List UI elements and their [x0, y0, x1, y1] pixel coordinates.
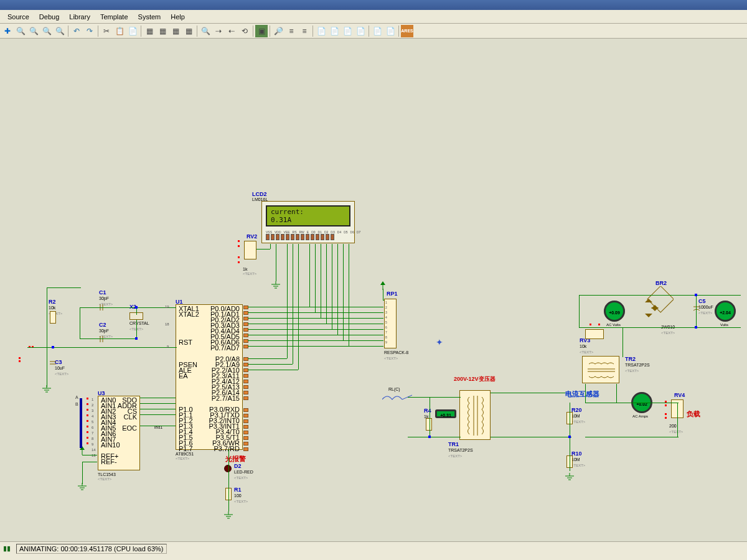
comp-br2[interactable]: [630, 286, 674, 330]
tool-search[interactable]: 🔍: [199, 25, 212, 37]
tool-block1[interactable]: ▦: [143, 25, 156, 37]
tool-green[interactable]: ▣: [255, 25, 268, 37]
meter-ac-volts[interactable]: +0.09: [604, 301, 625, 322]
tool-list1[interactable]: ≡: [285, 25, 298, 37]
meter-ac-volts-lbl: AC Volts: [606, 323, 621, 327]
tool-doc5[interactable]: 📄: [371, 25, 383, 37]
tool-paste[interactable]: 📄: [126, 25, 139, 37]
comp-r2[interactable]: [50, 311, 56, 324]
menu-source[interactable]: Source: [2, 12, 34, 22]
tool-doc6[interactable]: 📄: [384, 25, 397, 37]
tool-cut[interactable]: ✂: [100, 25, 113, 37]
comp-tr1[interactable]: [459, 390, 491, 440]
menu-help[interactable]: Help: [166, 12, 190, 22]
comp-d2[interactable]: [224, 465, 232, 472]
comp-rv4-ref: RV4: [674, 392, 685, 398]
comp-c2-ref: C2: [99, 322, 106, 328]
tool-doc1[interactable]: 📄: [315, 25, 327, 37]
comp-lcd2[interactable]: current: 0.31A VSSVDDVEERSRWED0D1D2D3D4D…: [261, 201, 355, 243]
menu-template[interactable]: Template: [95, 12, 133, 22]
comp-r4[interactable]: [426, 418, 432, 431]
tool-zoom-area[interactable]: 🔍: [54, 25, 66, 37]
meter-volts[interactable]: +2.04: [715, 301, 736, 322]
relay-label: RL(C): [388, 387, 400, 391]
tool-copy[interactable]: 📋: [113, 25, 126, 37]
tool-zoom-out[interactable]: 🔍: [27, 25, 40, 37]
tool-find[interactable]: 🔎: [272, 25, 284, 37]
menu-system[interactable]: System: [133, 12, 166, 22]
status-animating: ANIMATING: 00:00:19.451178 (CPU load 63%…: [16, 544, 167, 554]
tool-refresh[interactable]: ⟲: [238, 25, 251, 37]
window-titlebar: [0, 0, 747, 10]
comp-rp1-dev: RESPACK-8: [384, 350, 408, 355]
comp-r2-ref: R2: [49, 299, 56, 305]
menubar: Source Debug Library Template System Hel…: [0, 10, 747, 24]
comp-c1-ref: C1: [99, 289, 106, 296]
lcd-screen: current: 0.31A: [266, 205, 350, 226]
comp-rp1[interactable]: 123456789: [384, 299, 397, 348]
tool-redo[interactable]: ↷: [83, 25, 96, 37]
tool-doc4[interactable]: 📄: [354, 25, 367, 37]
comp-rp1-ref: RP1: [387, 291, 398, 297]
meter-r4[interactable]: +0.31: [435, 409, 456, 418]
comp-br2-ref: BR2: [655, 280, 667, 286]
load-label: 负载: [687, 409, 700, 419]
tool-block3[interactable]: ▦: [169, 25, 182, 37]
comp-u3[interactable]: AIN0SDO AIN1ADDR AIN2CS AIN3CLK AIN4 AIN…: [98, 396, 140, 470]
comp-rv3[interactable]: [585, 329, 604, 339]
meter-ac-amps-lbl: AC Amps: [632, 414, 648, 418]
sim-stop-button[interactable]: ▮▮: [2, 544, 11, 553]
comp-r1-ref: R1: [234, 487, 242, 493]
comp-u1[interactable]: XTAL1P0.0/AD0 XTAL2P0.1/AD1 P0.2/AD2 P0.…: [176, 304, 243, 450]
tool-block4[interactable]: ▦: [182, 25, 195, 37]
tool-zoom-in[interactable]: 🔍: [14, 25, 27, 37]
tool-block2[interactable]: ▦: [156, 25, 169, 37]
trans-label: 200V-12V变压器: [454, 375, 496, 383]
menu-library[interactable]: Library: [64, 12, 95, 22]
menu-debug[interactable]: Debug: [34, 12, 64, 22]
tool-zoom-all[interactable]: 🔍: [40, 25, 53, 37]
comp-d2-ref: D2: [234, 463, 242, 469]
comp-r20-ref: R20: [571, 407, 582, 413]
comp-lcd2-ref: LCD2: [252, 191, 268, 197]
comp-rv2[interactable]: [244, 241, 256, 259]
tool-undo[interactable]: ↶: [70, 25, 83, 37]
comp-tr1-ref: TR1: [448, 441, 459, 447]
toolbar: ✚ 🔍 🔍 🔍 🔍 ↶ ↷ ✂ 📋 📄 ▦ ▦ ▦ ▦ 🔍 ⇢ ⇠ ⟲ ▣ 🔎 …: [0, 24, 747, 39]
svg-marker-36: [380, 281, 385, 285]
comp-tr2[interactable]: [582, 356, 619, 383]
comp-r10-ref: R10: [571, 450, 582, 457]
statusbar: ▮▮ ANIMATING: 00:00:19.451178 (CPU load …: [0, 541, 747, 555]
tool-ares[interactable]: ARES: [401, 25, 413, 37]
tool-doc3[interactable]: 📄: [341, 25, 354, 37]
svg-marker-14: [645, 314, 652, 317]
tool-right[interactable]: ⇢: [212, 25, 225, 37]
ct-label: 电流互感器: [565, 390, 599, 399]
meter-volts-lbl: Volts: [720, 323, 728, 327]
schematic-canvas[interactable]: LCD2 LM016L current: 0.31A VSSVDDVEERSRW…: [0, 39, 747, 541]
tool-doc2[interactable]: 📄: [328, 25, 341, 37]
tool-place[interactable]: ✚: [1, 25, 14, 37]
tool-list2[interactable]: ≡: [298, 25, 311, 37]
cursor-marker: ✦: [436, 337, 443, 347]
tool-left[interactable]: ⇠: [225, 25, 238, 37]
comp-rv2-ref: RV2: [247, 233, 257, 240]
svg-marker-12: [645, 299, 652, 302]
comp-tr2-ref: TR2: [625, 356, 636, 362]
